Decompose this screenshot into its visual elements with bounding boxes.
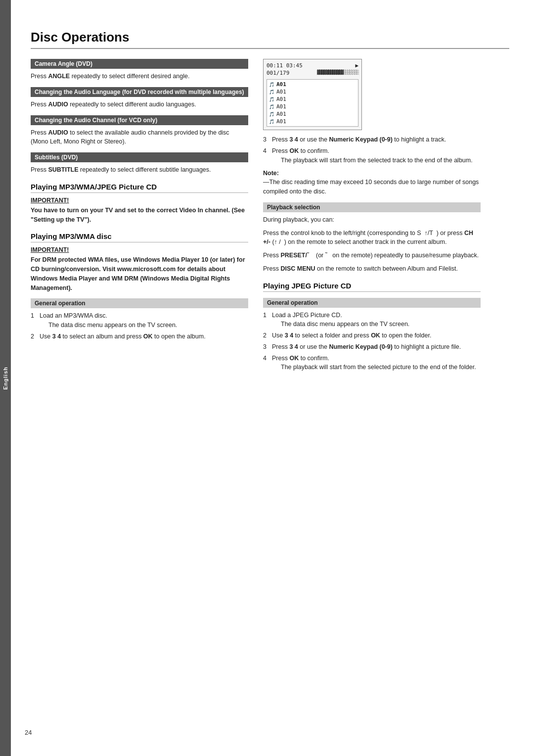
- screen-list-row: 🎵A01: [269, 118, 356, 125]
- mp3-step-2: 2 Use 3 4 to select an album and press O…: [31, 332, 248, 341]
- jpeg-step-1: 1 Load a JPEG Picture CD. The data disc …: [263, 311, 481, 330]
- general-operation-header-right: General operation: [263, 298, 481, 308]
- playing-mp3-wma-disc-title: Playing MP3/WMA disc: [31, 232, 248, 242]
- playback-disc-menu: Press DISC MENU on the remote to switch …: [263, 264, 481, 274]
- mp3-step-1: 1 Load an MP3/WMA disc. The data disc me…: [31, 311, 248, 330]
- page-container: English Disc Operations Camera Angle (DV…: [0, 0, 534, 756]
- mp3-step-4: 4 Press OK to confirm. The playback will…: [263, 146, 481, 165]
- screen-play-icon: ▶: [355, 62, 358, 69]
- subtitles-header: Subtitles (DVD): [31, 152, 248, 162]
- important-text-1: You have to turn on your TV and set to t…: [31, 206, 248, 225]
- important-label-1: IMPORTANT!: [31, 197, 248, 204]
- jpeg-step-3: 3 Press 3 4 or use the Numeric Keypad (0…: [263, 342, 481, 352]
- audio-language-text: Press AUDIO repeatedly to select differe…: [31, 100, 248, 109]
- side-tab-label: English: [2, 367, 8, 390]
- screen-list-row: 🎵A01: [269, 95, 356, 103]
- audio-channel-text: Press AUDIO to select the available audi…: [31, 128, 248, 147]
- playback-selection-header: Playback selection: [263, 202, 481, 212]
- important-label-2: IMPORTANT!: [31, 246, 248, 253]
- subtitles-text: Press SUBTITLE repeatedly to select diff…: [31, 165, 248, 175]
- screen-list-row: 🎵A01: [269, 81, 356, 88]
- playing-jpeg-title: Playing JPEG Picture CD: [263, 282, 481, 292]
- jpeg-step-1-sub: The data disc menu appears on the TV scr…: [281, 321, 409, 328]
- jpeg-step-2: 2 Use 3 4 to select a folder and press O…: [263, 331, 481, 340]
- right-column: 00:11 03:45 ▶ 001/179 ▓▓▓▓▓▓▓▓▓▓▓▓░░░░░░…: [263, 59, 481, 376]
- audio-channel-header: Changing the Audio Channel (for VCD only…: [31, 115, 248, 125]
- page-number: 24: [25, 729, 32, 736]
- jpeg-step-4-sub: The playback will start from the selecte…: [281, 364, 476, 371]
- screen-display: 00:11 03:45 ▶ 001/179 ▓▓▓▓▓▓▓▓▓▓▓▓░░░░░░…: [263, 59, 362, 130]
- screen-list-row: 🎵A01: [269, 88, 356, 95]
- screen-list-row: 🎵A01: [269, 110, 356, 118]
- audio-language-header: Changing the Audio Language (for DVD rec…: [31, 87, 248, 97]
- mp3-step-4-sub: The playback will start from the selecte…: [281, 157, 473, 164]
- jpeg-step-4: 4 Press OK to confirm. The playback will…: [263, 354, 481, 373]
- side-tab: English: [0, 0, 11, 756]
- note-title: Note:: [263, 170, 481, 177]
- mp3-step-1-sub: The data disc menu appears on the TV scr…: [48, 322, 177, 329]
- main-content: Disc Operations Camera Angle (DVD) Press…: [11, 0, 534, 756]
- mp3-steps-continued: 3 Press 3 4 or use the Numeric Keypad (0…: [263, 135, 481, 165]
- screen-track-list: 🎵A01 🎵A01 🎵A01 🎵A01 🎵A01 🎵A01: [267, 79, 358, 127]
- important-text-2: For DRM protected WMA files, use Windows…: [31, 255, 248, 292]
- jpeg-steps-list: 1 Load a JPEG Picture CD. The data disc …: [263, 311, 481, 373]
- mp3-step-3: 3 Press 3 4 or use the Numeric Keypad (0…: [263, 135, 481, 144]
- camera-angle-header: Camera Angle (DVD): [31, 59, 248, 69]
- screen-top-bar: 00:11 03:45 ▶: [267, 62, 358, 69]
- left-column: Camera Angle (DVD) Press ANGLE repeatedl…: [31, 59, 248, 376]
- playback-control-knob: Press the control knob to the left/right…: [263, 229, 481, 247]
- page-title: Disc Operations: [31, 30, 509, 49]
- mp3-steps-list: 1 Load an MP3/WMA disc. The data disc me…: [31, 311, 248, 341]
- two-col-layout: Camera Angle (DVD) Press ANGLE repeatedl…: [31, 59, 509, 376]
- playback-during: During playback, you can:: [263, 215, 481, 225]
- playing-mp3-wma-jpeg-title: Playing MP3/WMA/JPEG Picture CD: [31, 183, 248, 193]
- note-text: —The disc reading time may exceed 10 sec…: [263, 178, 481, 196]
- playback-preset: Press PRESET/˜ (or ˜ on the remote) repe…: [263, 251, 481, 260]
- screen-list-row: 🎵A01: [269, 103, 356, 110]
- screen-track: 001/179 ▓▓▓▓▓▓▓▓▓▓▓▓░░░░░░░: [267, 70, 358, 76]
- camera-angle-text: Press ANGLE repeatedly to select differe…: [31, 72, 248, 81]
- note-section: Note: —The disc reading time may exceed …: [263, 170, 481, 196]
- general-operation-header-left: General operation: [31, 298, 248, 308]
- screen-time: 00:11 03:45: [267, 62, 303, 69]
